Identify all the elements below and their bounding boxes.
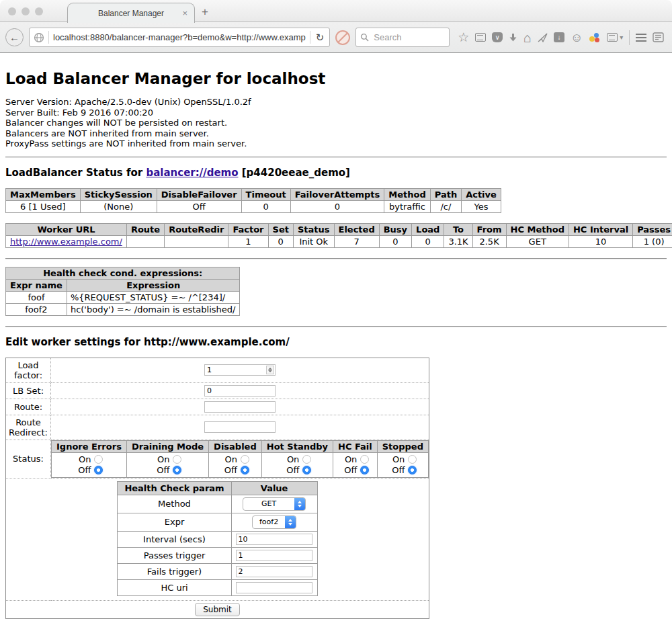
col-header: StickySession [80,188,157,200]
radio-off[interactable] [173,466,181,474]
bookmark-star-icon[interactable]: ☆ [458,31,469,44]
hc-uri-input[interactable] [236,582,312,593]
radio-on[interactable] [241,455,249,464]
status-cell-draining-mode: On Off [126,452,208,477]
worker-url-link[interactable]: http://www.example.com/ [10,237,122,247]
route-input[interactable] [204,401,276,413]
expr-select[interactable]: foof2 [252,515,296,529]
worker-row: http://www.example.com/ 1 0 Init Ok 7 0 … [6,235,672,247]
load-factor-input[interactable] [204,364,276,376]
url-bar[interactable]: localhost:8880/balancer-manager?b=demo&w… [29,28,330,47]
bookmarks-clipboard-icon[interactable] [475,33,486,42]
balancer-link[interactable]: balancer://demo [146,167,238,179]
radio-on[interactable] [302,455,311,464]
number-spinner-icon[interactable] [266,366,274,374]
col-header: HC Interval [569,223,632,235]
table-cell: 2.5K [472,235,506,247]
notes-dropdown-icon[interactable]: ▾ [607,33,623,42]
url-divider [48,31,49,44]
load-factor-label: Load factor: [6,358,51,382]
table-cell: (None) [80,200,157,212]
form-row: Expr foof2 [118,513,317,531]
new-tab-button[interactable]: + [202,5,208,19]
col-header: Set [268,223,293,235]
blocked-icon[interactable] [335,30,350,45]
send-icon[interactable] [538,33,548,42]
col-header: Passes [633,223,672,235]
browser-tab[interactable]: Balancer Manager × [67,3,195,23]
method-select-value: GET [243,498,294,510]
search-icon [360,33,369,42]
divider [5,157,667,158]
back-button[interactable]: ← [5,28,24,46]
downloads-icon[interactable] [509,33,517,42]
fails-input[interactable] [236,566,312,577]
status-cell-hot-standby: On Off [261,452,333,477]
on-label: On [221,454,237,465]
health-check-table: Health Check param Value Method GET [117,481,317,596]
tab-close-icon[interactable]: × [182,8,187,18]
heading-prefix: LoadBalancer Status for [5,167,146,179]
radio-off[interactable] [94,466,103,474]
smiley-icon[interactable]: ☺ [571,32,583,44]
menu-button[interactable] [636,34,646,42]
table-cell: 0 [268,235,293,247]
page-content: Load Balancer Manager for localhost Serv… [0,70,672,623]
server-version: Server Version: Apache/2.5.0-dev (Unix) … [5,97,667,108]
radio-on[interactable] [360,455,369,464]
hamburger-icon [636,34,646,42]
colored-dots-extension-icon[interactable] [589,32,601,43]
reload-button[interactable]: ↻ [314,32,326,44]
table-cell: 1 [228,235,268,247]
tab-title: Balancer Manager [98,9,164,18]
col-header: Health Check param [118,481,231,495]
method-label: Method [118,495,231,513]
radio-off[interactable] [241,466,249,474]
table-cell: bytraffic [384,200,430,212]
window-minimize-button[interactable] [22,7,30,15]
lb-set-input[interactable] [204,385,276,397]
url-text[interactable]: localhost:8880/balancer-manager?b=demo&w… [53,32,306,42]
balancer-status-heading: LoadBalancer Status for balancer://demo … [5,167,667,179]
toolbar-separator [629,30,630,45]
select-stepper-icon [294,498,305,510]
off-label: Off [221,465,237,476]
interval-input[interactable] [236,534,312,545]
home-icon[interactable]: ⌂ [523,31,532,44]
radio-off[interactable] [360,466,369,474]
table-cell: 3.1K [444,235,472,247]
table-cell: Init Ok [293,235,334,247]
col-header: Value [231,481,317,495]
form-row: Submit [6,600,429,618]
radio-on[interactable] [408,455,417,464]
radio-on[interactable] [173,455,181,464]
radio-on[interactable] [94,455,103,464]
divider [5,258,667,259]
col-header: MaxMembers [6,188,81,200]
col-header: FailoverAttempts [290,188,384,200]
heading-suffix: [p4420eeae_demo] [239,167,350,179]
method-select[interactable]: GET [243,497,306,511]
table-cell [126,235,164,247]
col-header: Status [293,223,334,235]
window-close-button[interactable] [8,7,16,15]
radio-off[interactable] [302,466,311,474]
table-cell: 10 [569,235,632,247]
extension-grid-icon[interactable] [653,32,664,42]
passes-input[interactable] [236,550,312,561]
server-built: Server Built: Feb 9 2016 07:00:20 [5,108,667,118]
table-cell: 0 [290,200,384,212]
table-cell: Off [157,200,241,212]
window-zoom-button[interactable] [35,7,43,15]
pocket-icon[interactable]: ∨ [492,32,503,42]
proxypass-note: ProxyPass settings are NOT inherited fro… [5,138,667,149]
save-to-device-icon[interactable]: ↓ [554,32,564,42]
submit-button[interactable]: Submit [195,603,240,616]
route-redirect-input[interactable] [204,421,276,433]
search-input[interactable] [372,32,439,43]
toolbar-icons: ☆ ∨ ⌂ ↓ ☺ ▾ [455,30,667,45]
status-cell-ignore-errors: On Off [52,452,127,477]
lb-set-label: LB Set: [6,382,51,399]
radio-off[interactable] [408,466,417,474]
table-cell: 0 [379,235,411,247]
